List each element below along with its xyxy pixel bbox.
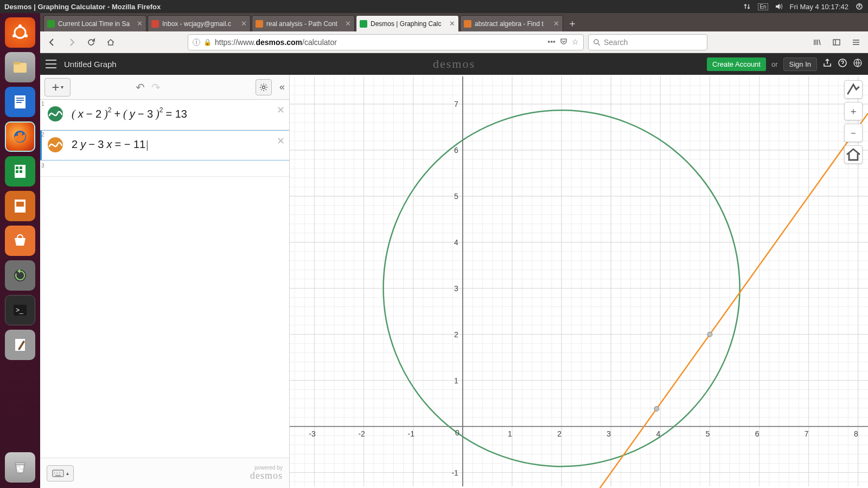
tab-label: Current Local Time in Sa [58, 20, 133, 28]
launcher-texteditor[interactable] [5, 330, 35, 360]
help-icon[interactable] [838, 58, 847, 70]
svg-line-159 [290, 113, 868, 488]
expression-color-icon[interactable] [48, 106, 63, 121]
create-account-button[interactable]: Create Account [707, 57, 766, 71]
browser-tab[interactable]: Desmos | Graphing Calc ✕ [356, 15, 459, 31]
info-icon: i [193, 38, 200, 46]
browser-tab[interactable]: Current Local Time in Sa ✕ [43, 15, 146, 31]
close-tab-icon[interactable]: ✕ [137, 20, 143, 28]
svg-text:3: 3 [454, 284, 458, 293]
svg-text:4: 4 [454, 238, 458, 247]
launcher-calc[interactable] [5, 156, 35, 187]
expression-input[interactable]: ( x − 2 )2 + ( y − 3 )2 = 13 [66, 100, 289, 130]
desmos-menu-icon[interactable] [46, 60, 56, 68]
redo-button[interactable]: ↷ [151, 81, 161, 94]
desmos-logo: desmos [433, 57, 475, 71]
url-bar[interactable]: i 🔒 https://www.desmos.com/calculator ••… [188, 34, 584, 50]
zoom-out-button[interactable]: － [844, 124, 863, 142]
svg-text:-3: -3 [309, 429, 316, 438]
launcher-files[interactable] [5, 52, 35, 82]
clock[interactable]: Fri May 4 10:17:42 [790, 3, 848, 11]
forward-button[interactable] [64, 35, 79, 50]
hamburger-menu[interactable] [848, 35, 864, 50]
svg-rect-10 [16, 102, 22, 103]
svg-rect-14 [20, 166, 22, 169]
expression-row[interactable]: 1 ( x − 2 )2 + ( y − 3 )2 = 13 ✕ [40, 100, 289, 130]
svg-point-160 [654, 406, 659, 411]
launcher-writer[interactable] [5, 87, 35, 117]
undo-button[interactable]: ↶ [136, 81, 145, 94]
window-title: Desmos | Graphing Calculator - Mozilla F… [4, 3, 161, 11]
zoom-in-button[interactable]: ＋ [844, 102, 863, 120]
launcher-trash[interactable] [5, 452, 35, 483]
favicon [256, 20, 263, 28]
delete-expression-icon[interactable]: ✕ [277, 104, 285, 116]
ubuntu-menubar: Desmos | Graphing Calculator - Mozilla F… [0, 0, 868, 13]
svg-text:0: 0 [455, 428, 459, 437]
keyboard-toggle[interactable]: ▴ [47, 465, 74, 481]
close-tab-icon[interactable]: ✕ [553, 20, 559, 28]
share-icon[interactable] [822, 58, 832, 70]
more-icon[interactable]: ••• [547, 37, 556, 47]
graph-settings-icon[interactable] [844, 80, 863, 99]
bookmark-star-icon[interactable]: ☆ [572, 37, 579, 47]
expression-input[interactable]: 2 y − 3 x = − 11| [66, 131, 289, 160]
home-button[interactable] [103, 35, 118, 50]
expression-list: 1 ( x − 2 )2 + ( y − 3 )2 = 13 ✕2 2 y − … [40, 100, 289, 458]
pocket-icon[interactable] [560, 37, 567, 47]
expression-number: 2 [40, 131, 47, 160]
launcher-terminal[interactable]: >_ [5, 295, 35, 325]
launcher-updater[interactable] [5, 260, 35, 291]
svg-text:2: 2 [557, 429, 561, 438]
expression-color-icon[interactable] [48, 137, 63, 152]
language-icon[interactable] [853, 58, 863, 70]
network-icon[interactable] [743, 2, 751, 11]
svg-point-31 [262, 86, 265, 88]
svg-text:6: 6 [755, 429, 760, 438]
sign-in-button[interactable]: Sign In [783, 57, 817, 71]
close-tab-icon[interactable]: ✕ [345, 20, 351, 28]
unity-launcher: >_ [0, 13, 40, 488]
browser-tab[interactable]: real analysis - Path Cont ✕ [252, 15, 355, 31]
close-tab-icon[interactable]: ✕ [241, 20, 247, 28]
svg-text:5: 5 [706, 429, 710, 438]
browser-tab[interactable]: Inbox - wcjagy@gmail.c ✕ [148, 15, 251, 31]
keyboard-lang[interactable]: En [758, 3, 768, 10]
launcher-software[interactable] [5, 226, 35, 256]
graph-title[interactable]: Untitled Graph [64, 60, 117, 69]
tab-label: Inbox - wcjagy@gmail.c [162, 20, 238, 28]
sidebar-icon[interactable] [829, 35, 844, 50]
expression-number: 1 [40, 100, 47, 130]
zoom-home-button[interactable] [844, 145, 863, 164]
expression-row[interactable]: 3 [40, 160, 289, 177]
powered-by: powered by desmos [250, 465, 283, 481]
expression-panel: +▾ ↶ ↷ « 1 ( x − 2 )2 + ( y [40, 75, 290, 488]
reload-button[interactable] [84, 35, 99, 50]
close-tab-icon[interactable]: ✕ [449, 20, 455, 28]
power-icon[interactable] [855, 2, 864, 11]
search-placeholder: Search [604, 38, 628, 47]
svg-point-161 [707, 332, 712, 337]
delete-expression-icon[interactable]: ✕ [277, 135, 285, 147]
svg-text:4: 4 [656, 429, 660, 438]
back-button[interactable] [44, 35, 60, 50]
new-tab-button[interactable]: ＋ [564, 15, 580, 31]
volume-icon[interactable] [775, 2, 783, 11]
svg-text:>_: >_ [16, 306, 23, 314]
svg-text:-1: -1 [408, 429, 415, 438]
collapse-panel-icon[interactable]: « [279, 81, 285, 93]
launcher-firefox[interactable] [5, 121, 35, 152]
svg-text:1: 1 [508, 429, 512, 438]
graph-svg[interactable]: -3-2-1012345678-11234567 [290, 75, 868, 488]
graph-canvas[interactable]: -3-2-1012345678-11234567 ＋ － [290, 75, 868, 488]
add-expression-button[interactable]: +▾ [44, 78, 71, 97]
browser-tab[interactable]: abstract algebra - Find t ✕ [460, 15, 563, 31]
lock-icon: 🔒 [203, 38, 212, 46]
search-box[interactable]: Search [588, 34, 707, 50]
expression-settings-icon[interactable] [256, 79, 272, 95]
launcher-impress[interactable] [5, 191, 35, 221]
expression-row[interactable]: 2 2 y − 3 x = − 11| ✕ [40, 130, 289, 160]
launcher-dash[interactable] [5, 17, 35, 48]
svg-rect-13 [16, 166, 18, 169]
library-icon[interactable] [809, 35, 825, 50]
